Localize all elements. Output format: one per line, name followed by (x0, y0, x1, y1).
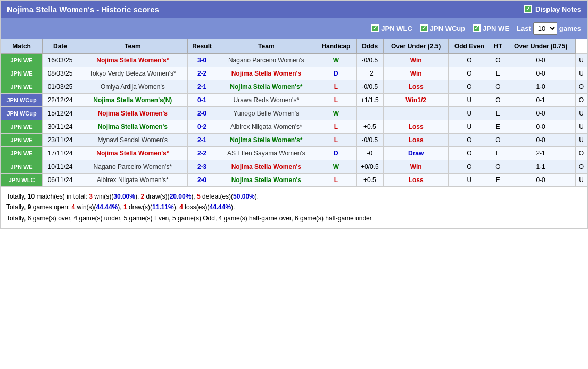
cell-team1: Nojima Stella Women's* (78, 147, 187, 160)
cell-team2: Nojima Stella Women's (217, 174, 316, 187)
cell-result: 2-0 (187, 174, 217, 187)
cell-date: 01/03/25 (43, 80, 78, 94)
cell-team2: Nojima Stella Women's* (217, 80, 316, 94)
cell-result: 2-1 (187, 134, 217, 147)
table-row: JPN WE 08/03/25 Tokyo Verdy Beleza Women… (1, 67, 587, 80)
cell-result: 3-0 (187, 54, 217, 67)
cell-team1: Nojima Stella Women's (78, 107, 187, 120)
cell-wdl: L (316, 80, 356, 94)
cell-date: 17/11/24 (43, 147, 78, 160)
table-row: JPN WE 16/03/25 Nojima Stella Women's* 3… (1, 54, 587, 67)
cell-odds (383, 107, 449, 120)
cell-handicap: +0.5 (356, 120, 383, 134)
cell-date: 15/12/24 (43, 107, 78, 120)
cell-team2: Nojima Stella Women's (217, 67, 316, 80)
table-row: JPN WLC 06/11/24 Albirex Niigata Women's… (1, 174, 587, 187)
cell-team1: Mynavi Sendai Women's (78, 134, 187, 147)
cell-ou25: O (449, 134, 490, 147)
cell-date: 30/11/24 (43, 120, 78, 134)
filter-jpn-we[interactable]: JPN WE (473, 24, 509, 32)
table-row: JPN WCup 15/12/24 Nojima Stella Women's … (1, 107, 587, 120)
cell-ou075: U (575, 107, 587, 120)
cell-team1: Nojima Stella Women's (78, 120, 187, 134)
table-body: JPN WE 16/03/25 Nojima Stella Women's* 3… (1, 54, 587, 187)
cell-handicap: +0.5 (356, 174, 383, 187)
footer-line2: Totally, 9 games open: 4 win(s)(44.44%),… (6, 202, 582, 212)
cell-ht: 1-1 (506, 160, 576, 174)
last-label: Last (517, 24, 531, 32)
cell-team2: Albirex Niigata Women's* (217, 120, 316, 134)
jpn-wlc-label: JPN WLC (381, 24, 412, 32)
cell-odds: Win1/2 (383, 94, 449, 107)
table-row: JPN WE 01/03/25 Omiya Ardija Women's 2-1… (1, 80, 587, 94)
col-ou25: Over Under (2.5) (383, 39, 449, 54)
cell-date: 22/12/24 (43, 94, 78, 107)
cell-ht: 0-0 (506, 107, 576, 120)
jpn-wcup-label: JPN WCup (430, 24, 465, 32)
col-result: Result (187, 39, 217, 54)
jpn-we-label: JPN WE (483, 24, 509, 32)
cell-ou075: O (575, 94, 587, 107)
cell-match: JPN WE (1, 67, 43, 80)
cell-ou25: O (449, 147, 490, 160)
cell-result: 0-2 (187, 120, 217, 134)
cell-ou25: O (449, 67, 490, 80)
cell-handicap (356, 107, 383, 120)
cell-wdl: W (316, 54, 356, 67)
title-bar: Nojima Stella Women's - Historic scores … (1, 1, 587, 18)
col-ou075: Over Under (0.75) (506, 39, 576, 54)
cell-handicap: +0/0.5 (356, 160, 383, 174)
cell-match: JPN WCup (1, 94, 43, 107)
jpn-wcup-checkbox[interactable] (420, 24, 428, 32)
jpn-we-checkbox[interactable] (473, 24, 481, 32)
cell-date: 10/11/24 (43, 160, 78, 174)
cell-odds: Win (383, 67, 449, 80)
cell-result: 2-0 (187, 107, 217, 120)
cell-odds: Loss (383, 174, 449, 187)
cell-team1: Nagano Parceiro Women's* (78, 160, 187, 174)
cell-team1: Nojima Stella Women's(N) (78, 94, 187, 107)
col-odds: Odds (356, 39, 383, 54)
cell-result: 2-2 (187, 147, 217, 160)
footer: Totally, 10 match(es) in total: 3 win(s)… (1, 187, 587, 228)
cell-ou075: O (575, 160, 587, 174)
cell-handicap: -0/0.5 (356, 54, 383, 67)
cell-ou075: U (575, 67, 587, 80)
cell-match: JPN WLC (1, 174, 43, 187)
cell-match: JPN WE (1, 160, 43, 174)
filter-jpn-wlc[interactable]: JPN WLC (371, 24, 412, 32)
cell-team2: Urawa Reds Women's* (217, 94, 316, 107)
display-notes-checkbox[interactable] (524, 5, 532, 13)
table-row: JPN WE 10/11/24 Nagano Parceiro Women's*… (1, 160, 587, 174)
cell-date: 23/11/24 (43, 134, 78, 147)
filter-bar: JPN WLC JPN WCup JPN WE Last 10 20 30 ga… (1, 18, 587, 39)
cell-handicap: -0/0.5 (356, 134, 383, 147)
cell-ou075: U (575, 174, 587, 187)
cell-match: JPN WE (1, 120, 43, 134)
cell-ht: 0-0 (506, 54, 576, 67)
cell-odds: Win (383, 54, 449, 67)
cell-handicap: -0/0.5 (356, 80, 383, 94)
games-count-select[interactable]: 10 20 30 (533, 22, 557, 35)
cell-odds: Loss (383, 80, 449, 94)
cell-ht: 0-0 (506, 174, 576, 187)
jpn-wlc-checkbox[interactable] (371, 24, 379, 32)
cell-team1: Tokyo Verdy Beleza Women's* (78, 67, 187, 80)
cell-ou075: U (575, 120, 587, 134)
cell-match: JPN WE (1, 54, 43, 67)
cell-result: 2-2 (187, 67, 217, 80)
cell-date: 16/03/25 (43, 54, 78, 67)
cell-oe: E (490, 107, 506, 120)
cell-result: 0-1 (187, 94, 217, 107)
cell-match: JPN WE (1, 134, 43, 147)
filter-jpn-wcup[interactable]: JPN WCup (420, 24, 465, 32)
cell-ou25: O (449, 160, 490, 174)
cell-result: 2-1 (187, 80, 217, 94)
cell-odds: Loss (383, 134, 449, 147)
cell-oe: O (490, 160, 506, 174)
cell-ou075: U (575, 134, 587, 147)
page-title: Nojima Stella Women's - Historic scores (7, 5, 159, 14)
cell-handicap: -0 (356, 147, 383, 160)
scores-table: Match Date Team Result Team Handicap Odd… (1, 39, 587, 187)
cell-ht: 0-1 (506, 94, 576, 107)
